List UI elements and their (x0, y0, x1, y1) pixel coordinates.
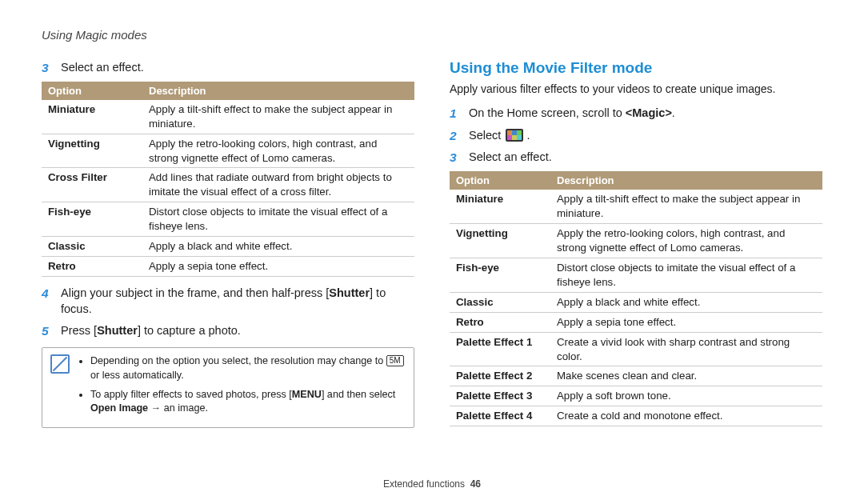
note-text: → an image. (148, 402, 208, 414)
step-number: 3 (42, 59, 53, 77)
col-description: Description (550, 171, 822, 190)
step-number: 2 (450, 127, 461, 145)
note-text: ] and then select (322, 389, 395, 400)
option-desc: Create a cold and monotone effect. (550, 406, 822, 426)
note-list: Depending on the option you select, the … (78, 354, 406, 421)
svg-rect-4 (517, 130, 522, 135)
option-desc: Apply a tilt-shift effect to make the su… (550, 190, 822, 223)
option-name: Palette Effect 4 (450, 406, 550, 426)
step-5: 5 Press [Shutter] to capture a photo. (42, 322, 414, 340)
option-name: Miniature (42, 100, 142, 134)
text-pre: Press [ (61, 324, 97, 337)
table-row: ClassicApply a black and white effect. (450, 292, 822, 312)
option-desc: Apply a sepia tone effect. (550, 312, 822, 332)
step-number: 1 (450, 105, 461, 122)
table-row: VignettingApply the retro-looking colors… (42, 134, 414, 168)
effects-table-right: Option Description MiniatureApply a tilt… (450, 171, 822, 426)
svg-rect-6 (512, 135, 517, 140)
step-text: On the Home screen, scroll to <Magic>. (469, 105, 822, 122)
svg-rect-3 (512, 130, 517, 135)
text-post: . (526, 129, 530, 142)
footer-page: 46 (470, 478, 481, 490)
option-desc: Apply a soft brown tone. (550, 386, 822, 406)
note-icon (50, 354, 70, 374)
step-number: 4 (42, 285, 53, 318)
step-text: Align your subject in the frame, and the… (61, 285, 414, 318)
footer-label: Extended functions (383, 478, 465, 490)
svg-rect-7 (517, 135, 522, 140)
text-pre: On the Home screen, scroll to (469, 106, 626, 119)
option-desc: Distort close objects to imitate the vis… (550, 258, 822, 292)
note-bold: Open Image (90, 402, 148, 414)
option-name: Classic (42, 237, 142, 257)
step-number: 5 (42, 322, 53, 340)
movie-filter-icon (506, 129, 523, 142)
note-box: Depending on the option you select, the … (42, 347, 414, 428)
col-description: Description (142, 82, 414, 100)
text-post: ] to capture a photo. (138, 324, 241, 337)
option-desc: Apply the retro-looking colors, high con… (142, 134, 414, 168)
option-desc: Apply a sepia tone effect. (142, 257, 414, 277)
step-text: Select . (469, 127, 822, 145)
option-name: Palette Effect 2 (450, 366, 550, 386)
left-column: 3 Select an effect. Option Description M… (42, 59, 414, 434)
step-4: 4 Align your subject in the frame, and t… (42, 285, 414, 318)
right-column: Using the Movie Filter mode Apply variou… (450, 59, 822, 434)
note-item: Depending on the option you select, the … (90, 354, 406, 382)
table-row: VignettingApply the retro-looking colors… (450, 223, 822, 258)
resolution-chip: 5M (386, 355, 404, 366)
option-name: Miniature (450, 190, 550, 223)
table-row: ClassicApply a black and white effect. (42, 237, 414, 257)
option-desc: Make scenes clean and clear. (550, 366, 822, 386)
svg-rect-2 (507, 130, 512, 135)
table-row: Palette Effect 3Apply a soft brown tone. (450, 386, 822, 406)
option-desc: Apply the retro-looking colors, high con… (550, 223, 822, 258)
effects-table-left: Option Description MiniatureApply a tilt… (42, 82, 414, 277)
option-desc: Distort close objects to imitate the vis… (142, 202, 414, 237)
option-name: Fish-eye (42, 202, 142, 237)
option-desc: Add lines that radiate outward from brig… (142, 168, 414, 202)
step-3: 3 Select an effect. (42, 59, 414, 77)
table-row: Fish-eyeDistort close objects to imitate… (450, 258, 822, 292)
text-pre: Align your subject in the frame, and the… (61, 286, 329, 299)
table-row: MiniatureApply a tilt-shift effect to ma… (42, 100, 414, 134)
note-text: or less automatically. (90, 370, 184, 381)
option-name: Palette Effect 1 (450, 332, 550, 366)
option-name: Fish-eye (450, 258, 550, 292)
step-text: Press [Shutter] to capture a photo. (61, 322, 414, 340)
col-option: Option (42, 82, 142, 100)
step-3: 3 Select an effect. (450, 149, 822, 166)
table-row: Palette Effect 4Create a cold and monoto… (450, 406, 822, 426)
option-desc: Create a vivid look with sharp contrast … (550, 332, 822, 366)
section-intro: Apply various filter effects to your vid… (450, 82, 822, 95)
step-text: Select an effect. (469, 149, 822, 166)
option-desc: Apply a black and white effect. (142, 237, 414, 257)
page-footer: Extended functions 46 (0, 478, 864, 490)
option-desc: Apply a black and white effect. (550, 292, 822, 312)
table-row: Cross FilterAdd lines that radiate outwa… (42, 168, 414, 202)
svg-rect-5 (507, 135, 512, 140)
option-name: Retro (450, 312, 550, 332)
table-row: Palette Effect 2Make scenes clean and cl… (450, 366, 822, 386)
section-title: Using the Movie Filter mode (450, 59, 822, 77)
text-bold: Shutter (97, 324, 138, 337)
option-name: Vignetting (42, 134, 142, 168)
text-bold: Shutter (329, 286, 370, 299)
note-text: To apply filter effects to saved photos,… (90, 389, 292, 400)
option-name: Cross Filter (42, 168, 142, 202)
option-name: Classic (450, 292, 550, 312)
option-desc: Apply a tilt-shift effect to make the su… (142, 100, 414, 134)
col-option: Option (450, 171, 550, 190)
option-name: Palette Effect 3 (450, 386, 550, 406)
page: Using Magic modes 3 Select an effect. Op… (0, 0, 864, 504)
text-bold: <Magic> (626, 106, 672, 119)
text-post: . (672, 106, 675, 119)
menu-chip: MENU (292, 389, 322, 400)
content-columns: 3 Select an effect. Option Description M… (42, 59, 822, 434)
page-header: Using Magic modes (42, 28, 822, 42)
step-number: 3 (450, 149, 461, 166)
step-2: 2 Select . (450, 127, 822, 145)
text: Select (469, 129, 504, 142)
table-row: Palette Effect 1Create a vivid look with… (450, 332, 822, 366)
table-row: RetroApply a sepia tone effect. (450, 312, 822, 332)
